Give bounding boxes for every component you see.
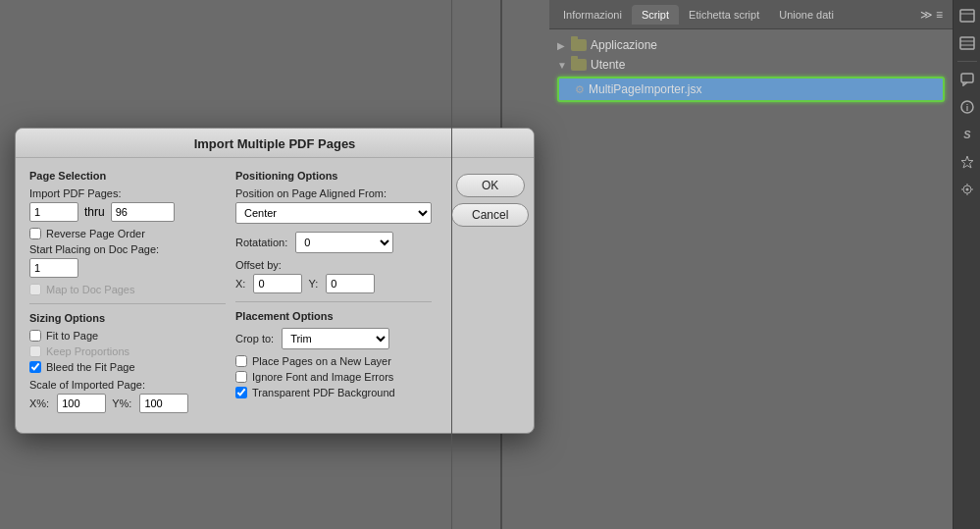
panel-content: ▶ Applicazione ▼ Utente ⚙ MultiPageImpor…: [549, 29, 953, 529]
tree-item-utente[interactable]: ▼ Utente: [549, 55, 953, 75]
place-pages-row: Place Pages on a New Layer: [235, 355, 432, 367]
offset-x-input[interactable]: [253, 274, 302, 293]
toolbar-btn-star1[interactable]: [955, 150, 979, 174]
dialog-title: Import Multiple PDF Pages: [16, 129, 534, 158]
tab-etichetta-script[interactable]: Etichetta script: [679, 5, 769, 25]
far-right-toolbar: i S: [953, 0, 980, 529]
script-file-icon: ⚙: [575, 83, 585, 96]
position-select[interactable]: Top Left Top Center Top Right Center Lef…: [235, 202, 432, 224]
panel-tabs: Informazioni Script Etichetta script Uni…: [549, 0, 953, 29]
place-pages-checkbox[interactable]: [235, 355, 247, 367]
svg-point-10: [965, 188, 968, 191]
toolbar-btn-script[interactable]: S: [955, 123, 979, 146]
ok-button[interactable]: OK: [456, 174, 525, 197]
svg-rect-5: [961, 74, 973, 82]
rotation-label: Rotatation:: [235, 237, 287, 248]
import-pdf-pages-label: Import PDF Pages:: [29, 187, 226, 199]
keep-proportions-row: Keep Proportions: [29, 345, 226, 357]
dialog-buttons: OK Cancel: [451, 174, 529, 419]
keep-proportions-label: Keep Proportions: [46, 345, 129, 357]
crop-label: Crop to:: [235, 333, 274, 344]
tree-item-applicazione[interactable]: ▶ Applicazione: [549, 35, 953, 55]
script-file-name: MultiPageImporter.jsx: [589, 82, 701, 96]
svg-text:S: S: [963, 129, 971, 140]
map-to-doc-checkbox[interactable]: [29, 284, 41, 295]
tab-script[interactable]: Script: [632, 5, 679, 25]
bleed-checkbox[interactable]: [29, 361, 41, 373]
fit-to-page-checkbox[interactable]: [29, 330, 41, 342]
ignore-font-row: Ignore Font and Image Errors: [235, 371, 432, 383]
toolbar-divider-1: [957, 61, 977, 62]
script-file-item[interactable]: ⚙ MultiPageImporter.jsx: [557, 77, 945, 102]
place-pages-label: Place Pages on a New Layer: [252, 355, 391, 367]
toolbar-btn-star2[interactable]: [955, 178, 979, 201]
panel-tabs-more[interactable]: ≫ ≡: [914, 4, 949, 26]
reverse-page-order-row: Reverse Page Order: [29, 228, 226, 239]
transparent-checkbox[interactable]: [235, 387, 247, 398]
page-selection-title: Page Selection: [29, 170, 226, 182]
offset-label: Offset by:: [235, 259, 432, 271]
sizing-options-title: Sizing Options: [29, 312, 226, 324]
keep-proportions-checkbox[interactable]: [29, 345, 41, 357]
transparent-row: Transparent PDF Background: [235, 387, 432, 398]
positioning-options-title: Positioning Options: [235, 170, 432, 182]
offset-y-input[interactable]: [326, 274, 375, 293]
crop-select[interactable]: Trim Bleed Media Crop Art Slug: [282, 328, 389, 349]
tab-informazioni[interactable]: Informazioni: [553, 5, 632, 25]
reverse-page-order-label: Reverse Page Order: [46, 228, 145, 239]
svg-text:i: i: [965, 103, 968, 113]
map-to-doc-row: Map to Doc Pages: [29, 284, 226, 295]
fit-to-page-row: Fit to Page: [29, 330, 226, 342]
rotation-select[interactable]: 0 90 180 270: [295, 232, 393, 253]
scale-x-input[interactable]: [57, 394, 106, 413]
scale-label: Scale of Imported Page:: [29, 379, 226, 391]
toolbar-btn-chat[interactable]: [955, 68, 979, 91]
folder-icon-utente: [571, 59, 587, 71]
import-dialog: Import Multiple PDF Pages Page Selection…: [15, 128, 535, 434]
ignore-font-label: Ignore Font and Image Errors: [252, 371, 393, 383]
x-percent-label: X%:: [29, 397, 49, 409]
folder-icon-applicazione: [571, 39, 587, 51]
bleed-row: Bleed the Fit Page: [29, 361, 226, 373]
placement-options-title: Placement Options: [235, 310, 432, 322]
map-to-doc-label: Map to Doc Pages: [46, 284, 135, 295]
thru-label: thru: [84, 205, 105, 219]
offset-y-label: Y:: [308, 278, 318, 290]
position-label: Position on Page Aligned From:: [235, 187, 432, 199]
toolbar-btn-2[interactable]: [955, 31, 979, 55]
arrow-applicazione: ▶: [557, 40, 567, 51]
right-panel: Informazioni Script Etichetta script Uni…: [549, 0, 953, 529]
scale-y-input[interactable]: [139, 394, 188, 413]
app-background: Import Multiple PDF Pages Page Selection…: [0, 0, 549, 529]
dialog-left-panel: Page Selection Import PDF Pages: thru Re…: [29, 170, 226, 419]
cancel-button[interactable]: Cancel: [451, 203, 529, 227]
dialog-right-panel: Positioning Options Position on Page Ali…: [235, 170, 432, 419]
from-page-input[interactable]: [29, 202, 78, 222]
start-placing-label: Start Placing on Doc Page:: [29, 243, 226, 255]
start-placing-input[interactable]: [29, 258, 78, 278]
arrow-utente: ▼: [557, 60, 567, 71]
to-page-input[interactable]: [111, 202, 175, 222]
transparent-label: Transparent PDF Background: [252, 387, 395, 398]
toolbar-btn-info[interactable]: i: [955, 95, 979, 119]
reverse-page-order-checkbox[interactable]: [29, 228, 41, 239]
y-percent-label: Y%:: [112, 397, 131, 409]
bleed-label: Bleed the Fit Page: [46, 361, 135, 373]
applicazione-label: Applicazione: [591, 38, 657, 52]
fit-to-page-label: Fit to Page: [46, 330, 98, 342]
svg-rect-0: [960, 10, 974, 22]
svg-rect-2: [960, 37, 974, 49]
utente-label: Utente: [591, 58, 625, 72]
ignore-font-checkbox[interactable]: [235, 371, 247, 383]
tab-unione-dati[interactable]: Unione dati: [769, 5, 844, 25]
toolbar-btn-1[interactable]: [955, 4, 979, 27]
offset-x-label: X:: [235, 278, 245, 290]
